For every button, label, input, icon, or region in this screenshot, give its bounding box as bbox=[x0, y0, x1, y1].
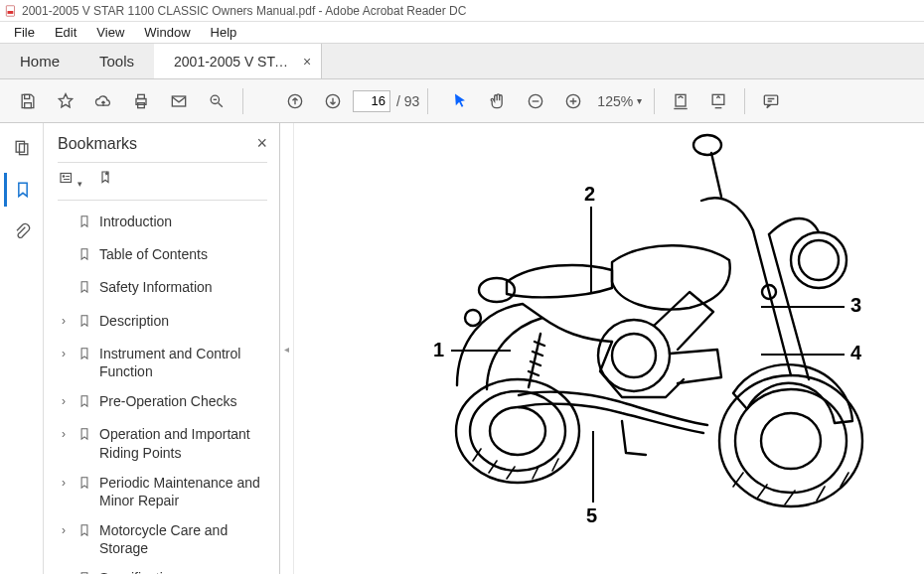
panel-toolbar: ▾ bbox=[58, 162, 267, 201]
hand-tool-icon[interactable] bbox=[480, 83, 516, 119]
save-icon[interactable] bbox=[10, 83, 46, 119]
svg-rect-5 bbox=[138, 94, 145, 98]
window-titlebar: 2001-2005 V STAR 1100 CLASSIC Owners Man… bbox=[0, 0, 924, 22]
expand-caret-icon[interactable]: › bbox=[58, 427, 70, 443]
chevron-down-icon: ▾ bbox=[637, 95, 642, 106]
bookmark-item[interactable]: ›Motorcycle Care and Storage bbox=[58, 515, 267, 563]
menu-window[interactable]: Window bbox=[136, 23, 198, 42]
tab-close-icon[interactable]: × bbox=[303, 54, 311, 70]
expand-caret-icon[interactable]: › bbox=[58, 347, 70, 362]
bookmark-item[interactable]: Introduction bbox=[58, 207, 267, 239]
bookmark-label: Instrument and Control Function bbox=[99, 345, 267, 380]
cloud-icon[interactable] bbox=[85, 83, 121, 119]
bookmarks-panel: Bookmarks × ▾ Introduction Table of Cont… bbox=[44, 123, 280, 574]
svg-point-28 bbox=[799, 240, 839, 280]
bookmark-item[interactable]: Table of Contents bbox=[58, 239, 267, 272]
bookmark-label: Specifications bbox=[99, 569, 267, 574]
tab-document[interactable]: 2001-2005 V STA... × bbox=[154, 44, 322, 78]
bookmarks-icon[interactable] bbox=[4, 173, 38, 207]
select-tool-icon[interactable] bbox=[442, 83, 478, 119]
page-up-icon[interactable] bbox=[277, 83, 313, 119]
pdf-file-icon bbox=[4, 4, 18, 18]
zoom-out-icon[interactable] bbox=[518, 83, 553, 119]
toolbar-separator bbox=[744, 88, 745, 114]
main-area: Bookmarks × ▾ Introduction Table of Cont… bbox=[0, 123, 924, 574]
svg-point-29 bbox=[479, 278, 515, 302]
expand-caret-icon[interactable]: › bbox=[58, 523, 70, 539]
star-icon[interactable] bbox=[48, 83, 83, 119]
bookmark-label: Pre-Operation Checks bbox=[99, 392, 267, 410]
toolbar-separator bbox=[242, 88, 243, 114]
expand-caret-icon[interactable]: › bbox=[58, 476, 70, 492]
toolbar-separator bbox=[427, 88, 428, 114]
print-icon[interactable] bbox=[123, 83, 159, 119]
bookmark-label: Safety Information bbox=[99, 278, 267, 296]
comment-icon[interactable] bbox=[753, 83, 789, 119]
panel-close-icon[interactable]: × bbox=[256, 133, 267, 154]
panel-resizer[interactable]: ◂ bbox=[280, 123, 294, 574]
bookmark-item[interactable]: ›Periodic Maintenance and Minor Repair bbox=[58, 468, 267, 515]
pdf-page: 1 2 3 4 5 bbox=[294, 123, 924, 574]
document-tab-bar: Home Tools 2001-2005 V STA... × bbox=[0, 44, 924, 79]
page-total-label: / 93 bbox=[396, 93, 419, 109]
panel-options-icon[interactable]: ▾ bbox=[58, 169, 82, 190]
svg-rect-6 bbox=[138, 102, 145, 107]
motorcycle-illustration bbox=[423, 123, 890, 540]
toolbar-separator bbox=[654, 88, 655, 114]
page-down-icon[interactable] bbox=[315, 83, 351, 119]
bookmark-item[interactable]: ›Pre-Operation Checks bbox=[58, 386, 267, 419]
menu-bar: File Edit View Window Help bbox=[0, 22, 924, 44]
menu-file[interactable]: File bbox=[6, 23, 43, 42]
search-icon[interactable] bbox=[199, 83, 234, 119]
bookmark-item[interactable]: ›Instrument and Control Function bbox=[58, 339, 267, 386]
tab-document-label: 2001-2005 V STA... bbox=[174, 54, 293, 70]
attachments-icon[interactable] bbox=[5, 215, 39, 248]
bookmark-label: Description bbox=[99, 312, 267, 330]
panel-title: Bookmarks bbox=[58, 135, 137, 153]
svg-point-22 bbox=[490, 407, 545, 455]
menu-help[interactable]: Help bbox=[203, 23, 245, 42]
svg-rect-17 bbox=[19, 144, 27, 155]
bookmark-label: Table of Contents bbox=[99, 245, 267, 263]
menu-view[interactable]: View bbox=[88, 23, 132, 42]
expand-caret-icon[interactable]: › bbox=[58, 394, 70, 410]
page-number-field: / 93 bbox=[353, 90, 419, 112]
tab-tools[interactable]: Tools bbox=[79, 44, 154, 78]
bookmark-label: Periodic Maintenance and Minor Repair bbox=[99, 474, 267, 509]
svg-point-24 bbox=[735, 389, 847, 493]
expand-caret-icon[interactable]: › bbox=[58, 314, 70, 330]
collapse-handle-icon[interactable]: ◂ bbox=[283, 329, 291, 368]
sidebar-rail bbox=[0, 123, 44, 574]
svg-rect-16 bbox=[16, 141, 24, 152]
bookmark-item[interactable]: ›Description bbox=[58, 306, 267, 339]
bookmark-item[interactable]: Safety Information bbox=[58, 272, 267, 305]
svg-rect-3 bbox=[25, 102, 32, 107]
svg-point-31 bbox=[612, 334, 656, 377]
fit-width-icon[interactable] bbox=[663, 83, 698, 119]
bookmark-item[interactable]: ›Operation and Important Riding Points bbox=[58, 419, 267, 467]
svg-rect-18 bbox=[61, 174, 72, 183]
thumbnails-icon[interactable] bbox=[5, 131, 39, 165]
bookmark-label: Introduction bbox=[99, 213, 267, 230]
svg-point-19 bbox=[63, 176, 65, 178]
svg-rect-2 bbox=[25, 94, 30, 98]
document-view[interactable]: 1 2 3 4 5 bbox=[294, 123, 924, 574]
svg-point-25 bbox=[761, 413, 821, 469]
svg-point-33 bbox=[465, 310, 481, 326]
zoom-in-icon[interactable] bbox=[555, 83, 591, 119]
new-bookmark-icon[interactable] bbox=[96, 169, 114, 190]
svg-rect-15 bbox=[765, 95, 778, 104]
fit-page-icon[interactable] bbox=[700, 83, 736, 119]
svg-rect-1 bbox=[8, 11, 14, 14]
bookmark-list: Introduction Table of Contents Safety In… bbox=[58, 207, 267, 574]
tab-home[interactable]: Home bbox=[0, 44, 79, 78]
main-toolbar: / 93 125% ▾ bbox=[0, 79, 924, 123]
bookmark-label: Operation and Important Riding Points bbox=[99, 425, 267, 461]
bookmark-item[interactable]: Specifications bbox=[58, 563, 267, 574]
bookmark-label: Motorcycle Care and Storage bbox=[99, 521, 267, 557]
zoom-select[interactable]: 125% ▾ bbox=[593, 93, 646, 109]
mail-icon[interactable] bbox=[161, 83, 197, 119]
page-number-input[interactable] bbox=[353, 90, 390, 112]
menu-edit[interactable]: Edit bbox=[47, 23, 84, 42]
window-title: 2001-2005 V STAR 1100 CLASSIC Owners Man… bbox=[22, 4, 466, 18]
